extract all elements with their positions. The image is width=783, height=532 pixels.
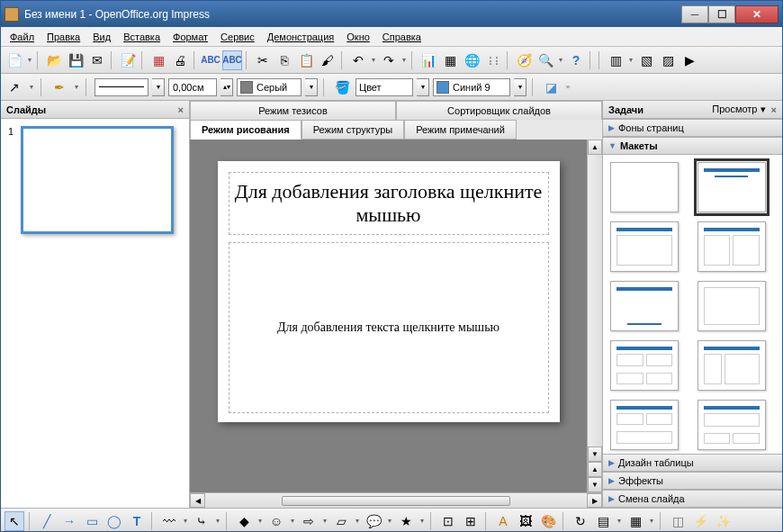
fontwork-tool[interactable]: A [493, 511, 513, 531]
navigator-button[interactable]: 🧭 [514, 50, 534, 70]
tasks-view-menu[interactable]: Просмотр ▾ [712, 104, 765, 115]
section-layouts[interactable]: ▼Макеты [603, 137, 782, 155]
layout-blank[interactable] [610, 162, 679, 212]
menu-edit[interactable]: Правка [41, 30, 86, 44]
grid-button[interactable]: ⫶⫶ [483, 50, 503, 70]
glue-tool[interactable]: ⊞ [461, 511, 481, 531]
section-backgrounds[interactable]: ▶Фоны страниц [603, 119, 782, 137]
scroll-track[interactable] [588, 155, 602, 446]
menu-format[interactable]: Формат [167, 30, 213, 44]
chart-button[interactable]: 📊 [418, 50, 438, 70]
zoom-button[interactable]: 🔍 [536, 50, 555, 70]
from-file-tool[interactable]: 🖼 [516, 511, 536, 531]
slide-master-button[interactable]: ▨ [658, 50, 678, 70]
line-tool[interactable]: ╱ [37, 511, 57, 531]
arrow-line-tool[interactable]: → [59, 511, 79, 531]
redo-dropdown[interactable]: ▾ [400, 56, 408, 64]
line-end-icon[interactable]: ✒ [50, 77, 69, 97]
spellcheck-button[interactable]: ABC [201, 50, 220, 70]
curve-tool[interactable]: 〰 [159, 511, 179, 531]
rotate-tool[interactable]: ↻ [571, 511, 590, 531]
rect-tool[interactable]: ▭ [82, 511, 102, 531]
email-button[interactable]: ✉ [87, 50, 107, 70]
arrow-dropdown[interactable]: ▾ [28, 83, 35, 91]
layout-title-only[interactable] [610, 281, 679, 331]
layout-1-2h[interactable] [698, 400, 766, 450]
toolbar-overflow[interactable]: » [564, 83, 572, 91]
menu-window[interactable]: Окно [341, 30, 375, 44]
hyperlink-button[interactable]: 🌐 [462, 50, 482, 70]
menu-file[interactable]: Файл [4, 30, 40, 44]
new-button[interactable]: 📄 [4, 50, 24, 70]
close-button[interactable]: ✕ [735, 5, 778, 23]
pdf-button[interactable]: ▦ [148, 50, 168, 70]
menu-view[interactable]: Вид [87, 30, 116, 44]
undo-dropdown[interactable]: ▾ [370, 56, 377, 64]
section-effects[interactable]: ▶Эффекты [603, 472, 782, 490]
symbol-shapes-dropdown[interactable]: ▾ [289, 517, 296, 525]
layout-2x2[interactable] [610, 340, 679, 391]
block-arrows-dropdown[interactable]: ▾ [321, 517, 328, 525]
save-button[interactable]: 💾 [66, 50, 86, 70]
tab-notes[interactable]: Режим примечаний [404, 120, 517, 140]
slide-layout-button[interactable]: ▥ [606, 50, 626, 70]
print-button[interactable]: 🖨 [170, 50, 190, 70]
canvas-viewport[interactable]: Для добавления заголовка щелкните мышью … [190, 140, 587, 492]
menu-help[interactable]: Справка [377, 30, 427, 44]
basic-shapes-tool[interactable]: ◆ [234, 511, 254, 531]
slide-thumb[interactable]: 1 [8, 126, 182, 234]
scroll-right-icon[interactable]: ▶ [587, 493, 602, 508]
points-tool[interactable]: ⊡ [438, 511, 458, 531]
table-button[interactable]: ▦ [440, 50, 460, 70]
block-arrows-tool[interactable]: ⇨ [299, 511, 319, 531]
scroll-up-icon[interactable]: ▲ [588, 140, 602, 155]
open-button[interactable]: 📂 [44, 50, 64, 70]
stars-dropdown[interactable]: ▾ [418, 517, 426, 525]
cut-button[interactable]: ✂ [253, 50, 273, 70]
line-width-spinner[interactable]: ▴▾ [220, 78, 233, 96]
undo-button[interactable]: ↶ [348, 50, 368, 70]
slide-design-button[interactable]: ▧ [636, 50, 656, 70]
format-paint-button[interactable]: 🖌 [318, 50, 338, 70]
arrow-tool-icon[interactable]: ↗ [4, 77, 24, 97]
redo-button[interactable]: ↷ [379, 50, 399, 70]
help-button[interactable]: ? [566, 50, 586, 70]
animation-tool[interactable]: ✨ [713, 511, 733, 531]
shadow-button[interactable]: ◪ [541, 77, 561, 97]
align-dropdown[interactable]: ▾ [616, 517, 623, 525]
fill-button[interactable]: 🪣 [332, 77, 352, 97]
minimize-button[interactable]: ─ [681, 5, 708, 23]
interaction-tool[interactable]: ⚡ [690, 511, 710, 531]
vertical-scrollbar[interactable]: ▲ ▼ ▲ ▼ [587, 140, 602, 492]
line-width-field[interactable]: 0,00см [168, 78, 217, 96]
flowchart-dropdown[interactable]: ▾ [354, 517, 361, 525]
copy-button[interactable]: ⎘ [274, 50, 294, 70]
layout-title-content[interactable] [610, 221, 679, 272]
paste-button[interactable]: 📋 [296, 50, 316, 70]
zoom-dropdown[interactable]: ▾ [557, 56, 564, 64]
slide-preview[interactable] [21, 126, 174, 234]
flowchart-tool[interactable]: ▱ [331, 511, 351, 531]
section-table-design[interactable]: ▶Дизайн таблицы [603, 454, 782, 472]
horizontal-scrollbar[interactable]: ◀ ▶ [190, 492, 602, 508]
fill-color-dropdown[interactable]: ▾ [514, 78, 526, 96]
menu-insert[interactable]: Вставка [118, 30, 166, 44]
menu-demo[interactable]: Демонстрация [262, 30, 340, 44]
slide-layout-dropdown[interactable]: ▾ [627, 56, 634, 64]
hscroll-thumb[interactable] [282, 496, 510, 506]
body-placeholder[interactable]: Для добавления текста щелкните мышью [229, 242, 549, 413]
symbol-shapes-tool[interactable]: ☺ [266, 511, 286, 531]
menu-tools[interactable]: Сервис [215, 30, 260, 44]
connector-dropdown[interactable]: ▾ [214, 517, 221, 525]
line-end-dropdown[interactable]: ▾ [73, 83, 80, 91]
prev-slide-icon[interactable]: ▲ [588, 462, 602, 477]
scroll-down-icon[interactable]: ▼ [588, 446, 602, 462]
gallery-tool[interactable]: 🎨 [538, 511, 558, 531]
scroll-left-icon[interactable]: ◀ [190, 493, 205, 508]
next-slide-icon[interactable]: ▼ [588, 477, 602, 492]
text-tool[interactable]: T [127, 511, 147, 531]
fill-color-select[interactable]: Синий 9 [433, 78, 510, 96]
layout-1-2[interactable] [698, 340, 766, 391]
title-placeholder[interactable]: Для добавления заголовка щелкните мышью [229, 172, 549, 235]
align-tool[interactable]: ▤ [593, 511, 613, 531]
